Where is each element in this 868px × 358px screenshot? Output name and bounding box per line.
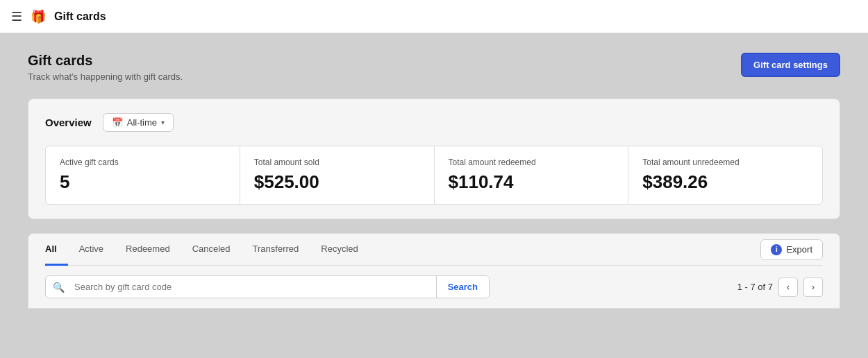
tabs-list: All Active Redeemed Canceled Transferred… (45, 234, 369, 265)
search-button[interactable]: Search (436, 276, 489, 298)
gift-card-settings-button[interactable]: Gift card settings (741, 53, 840, 77)
all-time-label: All-time (127, 117, 157, 128)
stat-value-unredeemed: $389.26 (642, 171, 808, 193)
tab-all[interactable]: All (45, 234, 68, 266)
gift-card-nav-icon: 🎁 (31, 9, 46, 24)
page-header: Gift cards Track what's happening with g… (28, 53, 840, 82)
stat-label-redeemed: Total amount redeemed (449, 157, 615, 167)
search-input[interactable] (72, 276, 436, 298)
page-title: Gift cards (28, 53, 183, 69)
topbar: ☰ 🎁 Gift cards (0, 0, 868, 33)
overview-header: Overview 📅 All-time ▾ (45, 113, 823, 132)
page-subtitle: Track what's happening with gift cards. (28, 71, 183, 82)
stat-active-gift-cards: Active gift cards 5 (46, 146, 240, 204)
calendar-icon: 📅 (112, 117, 123, 128)
menu-icon[interactable]: ☰ (11, 9, 22, 24)
pagination-next-button[interactable]: › (803, 278, 823, 297)
export-button[interactable]: i Export (760, 239, 823, 260)
search-icon: 🔍 (46, 282, 72, 293)
tab-active[interactable]: Active (68, 234, 115, 266)
search-bar-section: 🔍 Search 1 - 7 of 7 ‹ › (28, 266, 840, 309)
chevron-down-icon: ▾ (161, 119, 165, 126)
tabs-header: All Active Redeemed Canceled Transferred… (45, 234, 823, 266)
export-label: Export (786, 244, 812, 255)
pagination-prev-button[interactable]: ‹ (778, 278, 798, 297)
page-header-left: Gift cards Track what's happening with g… (28, 53, 183, 82)
overview-card: Overview 📅 All-time ▾ Active gift cards … (28, 99, 840, 219)
stats-row: Active gift cards 5 Total amount sold $5… (45, 146, 823, 205)
search-input-wrapper: 🔍 Search (45, 275, 490, 298)
main-content: Gift cards Track what's happening with g… (0, 33, 868, 358)
topbar-title: Gift cards (54, 10, 106, 23)
stat-label-sold: Total amount sold (254, 157, 420, 167)
tab-canceled[interactable]: Canceled (181, 234, 242, 266)
info-icon: i (771, 244, 782, 255)
pagination-info-text: 1 - 7 of 7 (737, 282, 773, 292)
stat-total-redeemed: Total amount redeemed $110.74 (435, 146, 628, 204)
tabs-section: All Active Redeemed Canceled Transferred… (28, 233, 840, 266)
stat-value-redeemed: $110.74 (449, 171, 615, 193)
overview-title: Overview (45, 117, 92, 128)
stat-label-active: Active gift cards (60, 157, 226, 167)
pagination: 1 - 7 of 7 ‹ › (737, 278, 823, 297)
stat-value-active: 5 (60, 171, 226, 193)
stat-total-unredeemed: Total amount unredeemed $389.26 (628, 146, 822, 204)
tab-recycled[interactable]: Recycled (310, 234, 369, 266)
tab-transferred[interactable]: Transferred (242, 234, 310, 266)
tab-redeemed[interactable]: Redeemed (115, 234, 181, 266)
stat-label-unredeemed: Total amount unredeemed (642, 157, 808, 167)
stat-total-sold: Total amount sold $525.00 (240, 146, 434, 204)
all-time-filter-button[interactable]: 📅 All-time ▾ (103, 113, 174, 132)
stat-value-sold: $525.00 (254, 171, 420, 193)
